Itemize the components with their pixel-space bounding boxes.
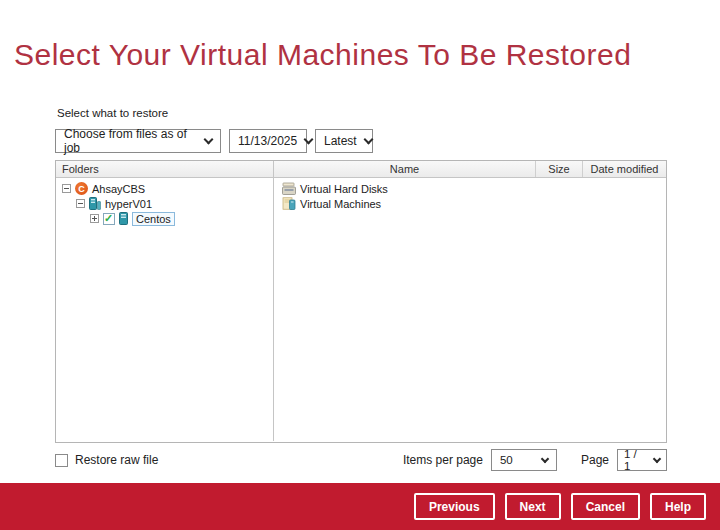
chevron-down-icon (541, 454, 549, 462)
list-item-label[interactable]: Virtual Machines (300, 198, 381, 210)
vm-document-icon (282, 197, 296, 210)
ahsaycbs-logo-icon (75, 182, 88, 195)
select-what-to-restore-label: Select what to restore (57, 107, 168, 119)
list-item-label[interactable]: Virtual Hard Disks (300, 183, 388, 195)
items-per-page-value: 50 (500, 454, 513, 466)
date-modified-column-header: Date modified (582, 161, 666, 177)
expand-icon[interactable] (90, 214, 99, 223)
filter-dropdown-row: Choose from files as of job 11/13/2025 L… (55, 129, 373, 153)
folders-column-header: Folders (56, 161, 274, 177)
restore-wizard-screen: Select Your Virtual Machines To Be Resto… (0, 0, 720, 530)
size-column-header: Size (535, 161, 582, 177)
job-date-dropdown[interactable]: 11/13/2025 (229, 129, 307, 153)
folder-tree: AhsayCBS hyperV01 (56, 178, 274, 441)
name-column-header: Name (274, 161, 535, 177)
tree-node-label[interactable]: AhsayCBS (92, 183, 145, 195)
server-icon (89, 197, 101, 210)
collapse-icon[interactable] (62, 184, 71, 193)
file-list: Virtual Hard Disks Virtual Machines (274, 178, 666, 441)
tree-node-ahsaycbs[interactable]: AhsayCBS (56, 181, 273, 196)
job-time-dropdown[interactable]: Latest (315, 129, 373, 153)
list-item-virtual-hard-disks[interactable]: Virtual Hard Disks (274, 181, 666, 196)
browser-header-row: Folders Name Size Date modified (56, 161, 666, 178)
bottom-controls-row: Restore raw file Items per page 50 Page … (55, 449, 667, 471)
page-dropdown[interactable]: 1 / 1 (617, 449, 667, 471)
tree-node-label[interactable]: Centos (132, 212, 175, 226)
file-browser-panel: Folders Name Size Date modified AhsayCBS (55, 160, 667, 443)
page-label: Page (581, 453, 609, 467)
hard-disk-icon (282, 182, 296, 195)
restore-source-dropdown[interactable]: Choose from files as of job (55, 129, 221, 153)
tree-node-hyperv01[interactable]: hyperV01 (56, 196, 273, 211)
job-date-value: 11/13/2025 (238, 134, 297, 148)
vm-select-checkbox[interactable] (103, 213, 115, 225)
chevron-down-icon (653, 454, 661, 462)
job-time-value: Latest (324, 134, 357, 148)
items-per-page-dropdown[interactable]: 50 (491, 449, 557, 471)
chevron-down-icon (363, 135, 373, 145)
help-button[interactable]: Help (650, 493, 706, 520)
tree-node-label[interactable]: hyperV01 (105, 198, 152, 210)
restore-raw-file-label: Restore raw file (75, 453, 158, 467)
chevron-down-icon (304, 135, 314, 145)
restore-source-value: Choose from files as of job (64, 127, 197, 155)
next-button[interactable]: Next (505, 493, 561, 520)
items-per-page-label: Items per page (403, 453, 483, 467)
wizard-footer-bar: Previous Next Cancel Help (0, 483, 720, 530)
chevron-down-icon (204, 135, 214, 145)
browser-body: AhsayCBS hyperV01 (56, 178, 666, 441)
pagination-controls: Items per page 50 Page 1 / 1 (403, 449, 667, 471)
restore-raw-file-checkbox[interactable] (55, 454, 68, 467)
cancel-button[interactable]: Cancel (571, 493, 640, 520)
collapse-icon[interactable] (76, 199, 85, 208)
restore-raw-file-group: Restore raw file (55, 453, 158, 467)
list-item-virtual-machines[interactable]: Virtual Machines (274, 196, 666, 211)
page-title: Select Your Virtual Machines To Be Resto… (14, 38, 631, 72)
previous-button[interactable]: Previous (414, 493, 495, 520)
tree-node-centos[interactable]: Centos (56, 211, 273, 226)
server-icon (119, 212, 128, 225)
page-value: 1 / 1 (624, 448, 646, 472)
